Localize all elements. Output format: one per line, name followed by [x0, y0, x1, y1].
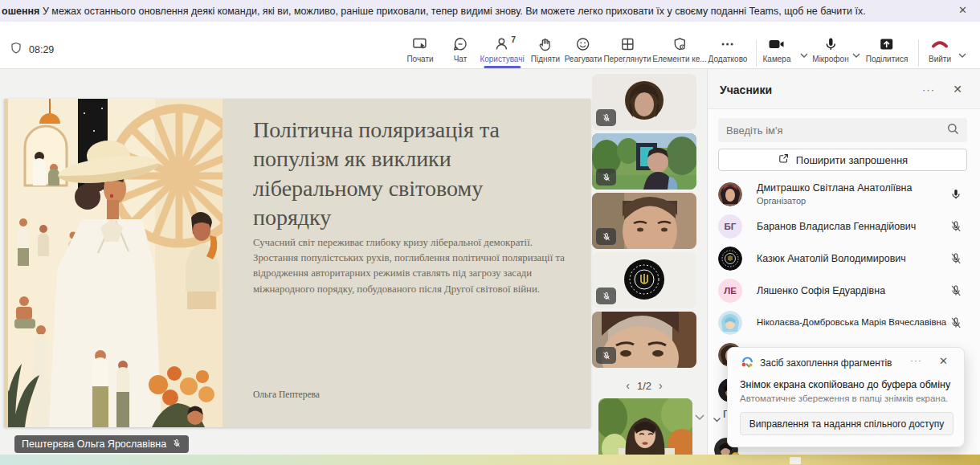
- share-button[interactable]: Поділитися: [866, 35, 909, 63]
- page-indicator: 1/2: [637, 380, 651, 392]
- participant-row[interactable]: ЛЕ Ляшенко Софія Едуардівна: [718, 275, 970, 308]
- record-shield-icon: [10, 42, 22, 57]
- meeting-stage: Політична поляризація та популізм як вик…: [0, 69, 707, 455]
- view-button[interactable]: Переглянути: [603, 35, 651, 63]
- toast-submessage: Автоматичне збереження в папці знімків е…: [740, 394, 948, 403]
- participant-name: Дмитрашко Світлана Анатоліївна: [757, 182, 912, 194]
- active-tab-underline: [484, 66, 521, 68]
- mic-chevron-icon[interactable]: [851, 47, 861, 62]
- mic-muted-icon[interactable]: [949, 316, 962, 332]
- share-invite-label: Поширити запрошення: [796, 154, 908, 166]
- chat-button[interactable]: Чат: [452, 35, 468, 63]
- close-icon[interactable]: ✕: [958, 4, 967, 16]
- avatar: [718, 247, 742, 271]
- mic-muted-icon[interactable]: [949, 252, 962, 268]
- mic-muted-icon[interactable]: [949, 284, 962, 300]
- participant-name: Казюк Анатолій Володимирович: [757, 253, 906, 264]
- mic-muted-icon: [596, 228, 616, 245]
- section-chevron-icon[interactable]: [713, 411, 721, 426]
- snipping-tool-icon: [741, 356, 754, 373]
- mic-muted-icon: [596, 288, 616, 304]
- leave-chevron-icon[interactable]: [958, 47, 967, 62]
- participant-row[interactable]: БГ Баранов Владислав Геннадійович: [718, 211, 970, 243]
- presenter-name: Пештерєва Ольга Ярославівна: [22, 438, 166, 450]
- presenter-name-badge: Пештерєва Ольга Ярославівна: [14, 435, 189, 453]
- mic-muted-icon: [596, 347, 616, 364]
- next-page-icon[interactable]: ›: [659, 379, 663, 392]
- mic-icon: [823, 35, 839, 52]
- start-share-button[interactable]: Почати: [406, 35, 433, 63]
- avatar: [718, 182, 742, 206]
- video-thumbnail[interactable]: [592, 312, 696, 368]
- slide-text-area: Політична поляризація та популізм як вик…: [223, 99, 590, 427]
- raise-hand-icon: [537, 35, 553, 52]
- share-invite-icon: [778, 153, 790, 167]
- mic-muted-icon: [596, 109, 616, 126]
- mic-muted-icon: [172, 438, 182, 451]
- more-icon: [720, 35, 736, 52]
- chat-icon: [452, 35, 468, 52]
- panel-title: Учасники: [720, 84, 772, 96]
- people-count: 7: [511, 35, 516, 44]
- camera-chevron-icon[interactable]: [799, 47, 809, 62]
- react-button[interactable]: Реагувати: [565, 35, 602, 63]
- panel-close-icon[interactable]: ✕: [953, 83, 962, 96]
- participant-name: Ляшенко Софія Едуардівна: [757, 285, 885, 296]
- leave-call-icon: [930, 35, 949, 52]
- mic-muted-icon[interactable]: [949, 220, 962, 236]
- participants-panel-header: Учасники ··· ✕: [708, 69, 980, 109]
- meeting-timer: 08:29: [10, 42, 54, 57]
- avatar: [718, 311, 742, 335]
- react-icon: [575, 35, 591, 52]
- toast-action-button[interactable]: Виправлення та надання спільного доступу: [740, 412, 953, 435]
- avatar-initials: ЛЕ: [718, 279, 742, 303]
- participant-name: Ніколаєва-Домбровська Марія Вячеславівна: [757, 317, 946, 327]
- microphone-button[interactable]: Мікрофон: [812, 35, 848, 63]
- shield-gear-icon: [672, 35, 688, 52]
- taskbar-item: [790, 457, 801, 464]
- banner-text: ошення У межах останнього оновлення деяк…: [2, 6, 866, 17]
- participant-row[interactable]: Ніколаєва-Домбровська Марія Вячеславівна: [718, 308, 970, 340]
- raise-hand-button[interactable]: Підняти: [531, 35, 560, 63]
- mic-muted-icon: [596, 169, 616, 186]
- slide-body: Сучасний світ переживає глибоку кризу лі…: [253, 235, 574, 297]
- share-screen-icon: [879, 35, 895, 52]
- more-button[interactable]: Додатково: [708, 35, 748, 63]
- video-thumbnail[interactable]: [592, 74, 696, 130]
- collapse-chevron-icon[interactable]: [694, 410, 705, 424]
- toast-more-icon[interactable]: ···: [910, 355, 922, 366]
- slide-author: Ольга Пептерева: [253, 390, 320, 399]
- video-thumbnail[interactable]: [592, 133, 696, 190]
- panel-more-icon[interactable]: ···: [922, 84, 935, 96]
- toast-message: Знімок екрана скопійовано до буфера обмі…: [740, 379, 950, 390]
- timer-value: 08:29: [29, 44, 54, 55]
- desktop-edge-strip: [0, 455, 980, 465]
- people-button[interactable]: 7 Користувачі: [480, 35, 524, 68]
- people-icon: 7: [494, 35, 510, 52]
- screenshare-icon: [411, 35, 429, 52]
- participant-row[interactable]: Казюк Анатолій Володимирович: [718, 243, 970, 275]
- snip-toast: Засіб захоплення фрагментів ··· ✕ Знімок…: [727, 347, 965, 447]
- toast-close-icon[interactable]: ✕: [939, 355, 948, 367]
- camera-icon: [768, 35, 786, 52]
- camera-button[interactable]: Камера: [763, 35, 791, 63]
- search-input[interactable]: Введіть ім'я: [718, 118, 967, 142]
- leave-button[interactable]: Вийти: [929, 35, 951, 63]
- participant-row[interactable]: Дмитрашко Світлана Анатоліївна Організат…: [718, 179, 970, 211]
- search-icon: [947, 123, 959, 138]
- notification-banner: ошення У межах останнього оновлення деяк…: [0, 0, 980, 22]
- video-pagination: ‹ 1/2 ›: [592, 379, 696, 392]
- video-thumbnail[interactable]: [592, 252, 696, 308]
- video-thumbnail-presenter[interactable]: [598, 398, 692, 462]
- video-thumbnail[interactable]: [592, 193, 696, 249]
- share-invite-button[interactable]: Поширити запрошення: [718, 149, 967, 171]
- grid-icon: [619, 35, 635, 52]
- participant-role: Організатор: [757, 196, 806, 206]
- slide-title: Політична поляризація та популізм як вик…: [253, 116, 590, 233]
- mic-on-icon[interactable]: [949, 188, 962, 204]
- control-elements-button[interactable]: Елементи ке...: [652, 35, 706, 63]
- prev-page-icon[interactable]: ‹: [626, 379, 630, 392]
- slide-illustration: [4, 99, 223, 430]
- avatar-initials: БГ: [718, 214, 742, 239]
- search-placeholder: Введіть ім'я: [726, 124, 947, 137]
